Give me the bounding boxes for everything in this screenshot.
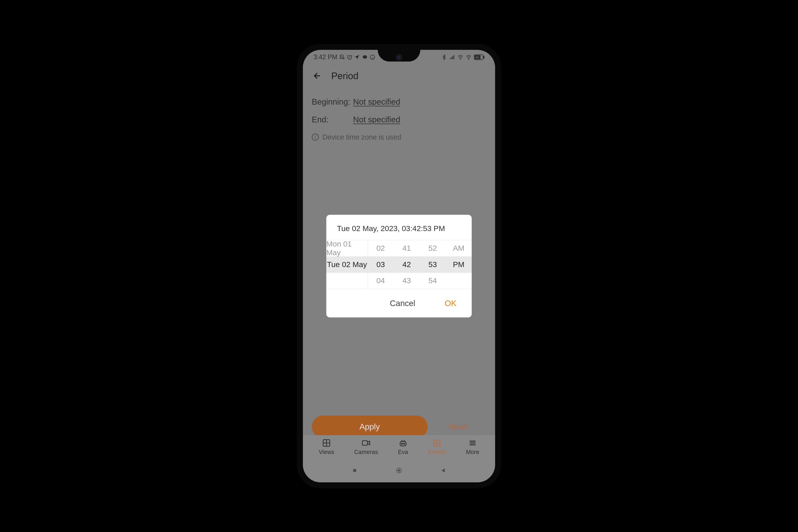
wheel-item-selected: 53: [420, 256, 445, 272]
picker-actions: Cancel OK: [326, 289, 472, 318]
picker-title: Tue 02 May, 2023, 03:42:53 PM: [326, 215, 472, 240]
wheel-item: 54: [420, 272, 445, 289]
wheel-item: AM: [445, 240, 472, 256]
wheel-item: 43: [394, 272, 420, 289]
second-wheel[interactable]: 52 53 54: [420, 240, 446, 289]
wheel-item: 02: [368, 240, 394, 256]
wheel-item: 41: [394, 240, 420, 256]
wheel-item: 52: [420, 240, 445, 256]
cancel-button[interactable]: Cancel: [384, 295, 421, 311]
wheel-item: Mon 01 May: [326, 240, 367, 256]
phone-screen: 3:42 PM 66 Period: [303, 50, 495, 482]
minute-wheel[interactable]: 41 42 43: [394, 240, 420, 289]
wheel-item: [326, 272, 367, 289]
wheel-item-selected: PM: [445, 256, 472, 272]
date-wheel[interactable]: Mon 01 May Tue 02 May: [326, 240, 368, 289]
picker-wheels: Mon 01 May Tue 02 May 02 03 04 41 42 43: [326, 240, 472, 289]
phone-frame: 3:42 PM 66 Period: [297, 44, 501, 488]
datetime-picker: Tue 02 May, 2023, 03:42:53 PM Mon 01 May…: [326, 215, 472, 318]
wheel-item-selected: 03: [368, 256, 394, 272]
wheel-item-selected: Tue 02 May: [326, 256, 367, 273]
wheel-item-selected: 42: [394, 256, 420, 272]
hour-wheel[interactable]: 02 03 04: [368, 240, 394, 289]
ampm-wheel[interactable]: AM PM: [445, 240, 472, 289]
wheel-item: 04: [368, 272, 394, 289]
wheel-item: [445, 272, 472, 289]
ok-button[interactable]: OK: [439, 295, 462, 311]
modal-overlay[interactable]: Tue 02 May, 2023, 03:42:53 PM Mon 01 May…: [303, 50, 495, 482]
